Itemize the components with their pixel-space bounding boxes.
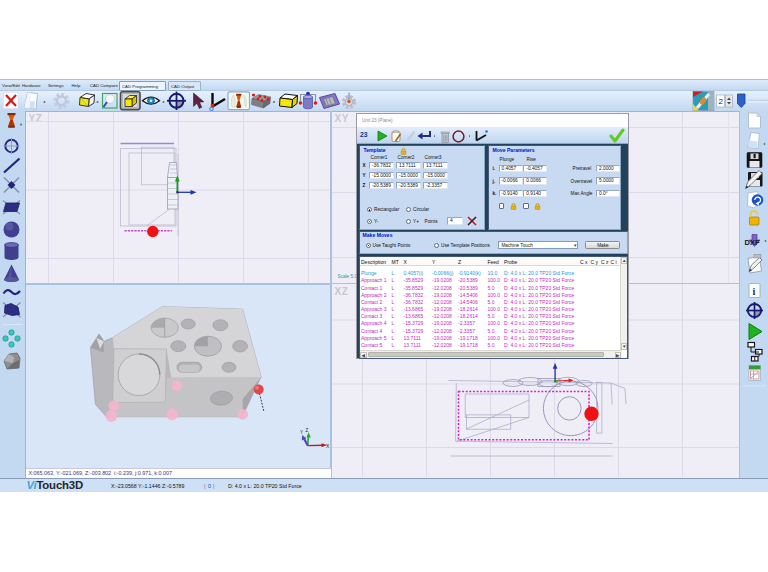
- svg-text:Z: Z: [305, 427, 308, 432]
- svg-text:Y: Y: [300, 429, 303, 434]
- svg-text:DXF: DXF: [745, 237, 760, 246]
- svg-text:i: i: [753, 286, 756, 297]
- svg-text:X: X: [326, 442, 330, 448]
- svg-text:2: 2: [719, 97, 724, 106]
